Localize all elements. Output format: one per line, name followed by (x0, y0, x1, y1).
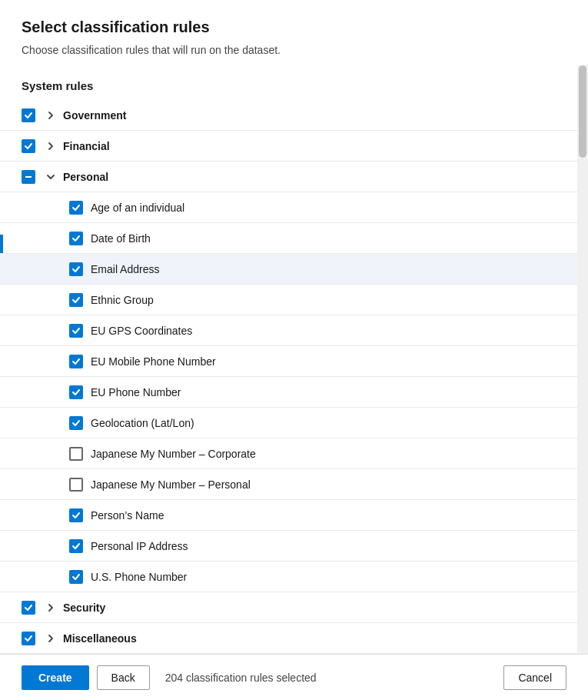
rule-row-age-of-individual[interactable]: Age of an individual (0, 192, 588, 223)
checkbox-eu-mobile[interactable] (69, 355, 83, 368)
dialog-subtitle: Choose classification rules that will ru… (22, 44, 566, 56)
back-button[interactable]: Back (97, 665, 150, 690)
rule-row-geolocation[interactable]: Geolocation (Lat/Lon) (0, 408, 588, 438)
checkbox-us-phone[interactable] (69, 570, 83, 584)
checkbox-government[interactable] (22, 108, 35, 122)
checkbox-age-of-individual[interactable] (69, 201, 83, 215)
rule-label-us-phone: U.S. Phone Number (91, 571, 187, 583)
rule-label-miscellaneous: Miscellaneous (63, 632, 137, 645)
checkbox-security[interactable] (22, 601, 35, 615)
checkbox-ethnic-group[interactable] (69, 293, 83, 307)
checkbox-japanese-personal[interactable] (69, 478, 83, 492)
dialog-body[interactable]: System rules GovernmentFinancialPersonal… (0, 65, 588, 654)
rule-label-financial: Financial (63, 140, 110, 152)
expand-icon-financial[interactable] (43, 138, 58, 154)
rule-label-government: Government (63, 109, 126, 122)
checkbox-persons-name[interactable] (69, 508, 83, 522)
expand-icon-government[interactable] (43, 108, 58, 123)
rule-row-email-address[interactable]: Email Address (0, 254, 588, 285)
cancel-button[interactable]: Cancel (503, 665, 566, 690)
rule-label-japanese-corporate: Japanese My Number – Corporate (91, 448, 256, 460)
section-label: System rules (0, 65, 588, 100)
checkbox-personal[interactable] (22, 170, 35, 184)
checkbox-japanese-corporate[interactable] (69, 447, 83, 461)
rule-row-date-of-birth[interactable]: Date of Birth (0, 223, 588, 254)
rule-row-security[interactable]: Security (0, 592, 588, 623)
rule-label-age-of-individual: Age of an individual (91, 202, 184, 214)
rule-row-us-phone[interactable]: U.S. Phone Number (0, 562, 588, 592)
checkbox-financial[interactable] (22, 139, 35, 153)
rule-label-japanese-personal: Japanese My Number – Personal (91, 478, 251, 491)
rule-row-eu-mobile[interactable]: EU Mobile Phone Number (0, 346, 588, 377)
checkbox-personal-ip[interactable] (69, 539, 83, 553)
rule-row-personal-ip[interactable]: Personal IP Address (0, 531, 588, 562)
rule-row-eu-phone[interactable]: EU Phone Number (0, 377, 588, 408)
checkbox-eu-phone[interactable] (69, 385, 83, 399)
expand-icon-security[interactable] (43, 600, 58, 615)
dialog-header: Select classification rules Choose class… (0, 0, 588, 65)
rule-label-eu-phone: EU Phone Number (91, 386, 181, 398)
rule-label-ethnic-group: Ethnic Group (91, 294, 154, 306)
svg-rect-0 (25, 176, 32, 178)
rule-row-persons-name[interactable]: Person’s Name (0, 500, 588, 531)
rule-label-persons-name: Person’s Name (91, 509, 164, 522)
checkbox-geolocation[interactable] (69, 416, 83, 430)
rule-label-geolocation: Geolocation (Lat/Lon) (91, 417, 194, 429)
rule-label-security: Security (63, 602, 105, 614)
rule-row-eu-gps[interactable]: EU GPS Coordinates (0, 315, 588, 346)
body-wrapper: System rules GovernmentFinancialPersonal… (0, 65, 588, 654)
rule-label-personal-ip: Personal IP Address (91, 540, 188, 552)
create-button[interactable]: Create (22, 665, 89, 690)
dialog-title: Select classification rules (22, 18, 566, 36)
expand-icon-personal[interactable] (43, 169, 58, 185)
scrollbar-thumb[interactable] (579, 65, 586, 158)
rule-label-personal: Personal (63, 171, 108, 183)
checkbox-eu-gps[interactable] (69, 324, 83, 338)
expand-icon-miscellaneous[interactable] (43, 631, 58, 646)
checkbox-miscellaneous[interactable] (22, 632, 35, 645)
dialog: Select classification rules Choose class… (0, 0, 588, 700)
checkbox-email-address[interactable] (69, 262, 83, 276)
rule-row-ethnic-group[interactable]: Ethnic Group (0, 285, 588, 315)
rule-label-email-address: Email Address (91, 263, 159, 275)
rule-row-personal[interactable]: Personal (0, 162, 588, 192)
dialog-footer: Create Back 204 classification rules sel… (0, 654, 588, 700)
checkbox-date-of-birth[interactable] (69, 232, 83, 245)
rule-row-financial[interactable]: Financial (0, 131, 588, 162)
footer-status: 204 classification rules selected (158, 672, 497, 684)
rule-label-eu-mobile: EU Mobile Phone Number (91, 355, 216, 368)
scrollbar-track[interactable] (577, 65, 588, 654)
rule-row-government[interactable]: Government (0, 100, 588, 131)
rules-list: GovernmentFinancialPersonalAge of an ind… (0, 100, 588, 654)
rule-label-date-of-birth: Date of Birth (91, 232, 151, 245)
rule-row-japanese-personal[interactable]: Japanese My Number – Personal (0, 469, 588, 500)
rule-row-japanese-corporate[interactable]: Japanese My Number – Corporate (0, 438, 588, 469)
rule-row-miscellaneous[interactable]: Miscellaneous (0, 623, 588, 654)
rule-label-eu-gps: EU GPS Coordinates (91, 325, 192, 337)
